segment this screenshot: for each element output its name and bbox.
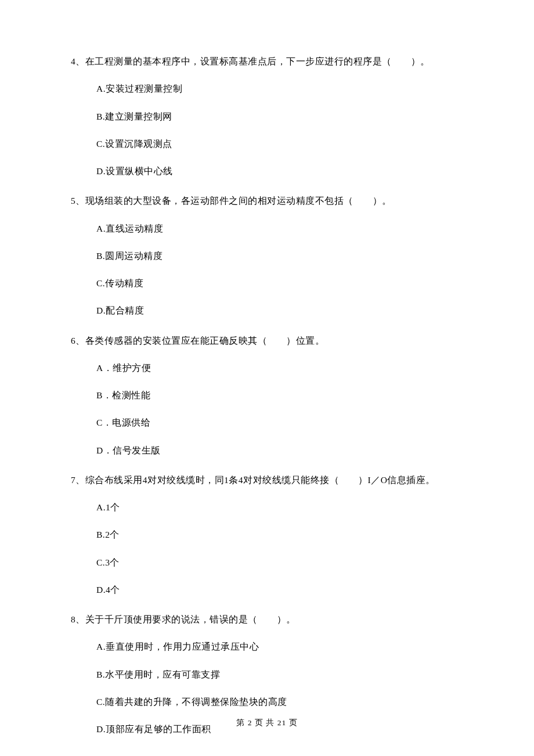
option-d: D.配合精度 — [96, 304, 463, 317]
option-c: C.随着共建的升降，不得调整保险垫块的高度 — [96, 695, 463, 708]
option-d: D．信号发生版 — [96, 444, 463, 457]
question-stem: 7、综合布线采用4对对绞线缆时，同1条4对对绞线缆只能终接（ ）I／O信息插座。 — [71, 473, 463, 487]
options-list: A.安装过程测量控制 B.建立测量控制网 C.设置沉降观测点 D.设置纵横中心线 — [71, 82, 463, 178]
options-list: A．维护方便 B．检测性能 C．电源供给 D．信号发生版 — [71, 361, 463, 457]
question-6: 6、各类传感器的安装位置应在能正确反映其（ ）位置。 A．维护方便 B．检测性能… — [71, 334, 463, 457]
question-stem: 6、各类传感器的安装位置应在能正确反映其（ ）位置。 — [71, 334, 463, 347]
question-stem: 8、关于千斤顶使用要求的说法，错误的是（ ）。 — [71, 613, 463, 626]
question-5: 5、现场组装的大型设备，各运动部件之间的相对运动精度不包括（ ）。 A.直线运动… — [71, 194, 463, 317]
option-c: C.设置沉降观测点 — [96, 137, 463, 150]
option-c: C.3个 — [96, 556, 463, 569]
option-a: A.垂直使用时，作用力应通过承压中心 — [96, 640, 463, 653]
option-b: B.建立测量控制网 — [96, 110, 463, 123]
page-footer: 第 2 页 共 21 页 — [0, 718, 534, 728]
question-stem: 4、在工程测量的基本程序中，设置标高基准点后，下一步应进行的程序是（ ）。 — [71, 55, 463, 68]
option-b: B.圆周运动精度 — [96, 249, 463, 262]
options-list: A.直线运动精度 B.圆周运动精度 C.传动精度 D.配合精度 — [71, 222, 463, 318]
question-stem: 5、现场组装的大型设备，各运动部件之间的相对运动精度不包括（ ）。 — [71, 194, 463, 207]
option-b: B．检测性能 — [96, 388, 463, 402]
option-b: B.水平使用时，应有可靠支撑 — [96, 668, 463, 681]
option-a: A.1个 — [96, 501, 463, 514]
option-c: C．电源供给 — [96, 416, 463, 429]
option-d: D.4个 — [96, 583, 463, 596]
option-d: D.设置纵横中心线 — [96, 164, 463, 178]
option-a: A.直线运动精度 — [96, 222, 463, 235]
page-content: 4、在工程测量的基本程序中，设置标高基准点后，下一步应进行的程序是（ ）。 A.… — [0, 0, 534, 736]
option-b: B.2个 — [96, 528, 463, 541]
question-7: 7、综合布线采用4对对绞线缆时，同1条4对对绞线缆只能终接（ ）I／O信息插座。… — [71, 473, 463, 596]
option-c: C.传动精度 — [96, 276, 463, 290]
option-a: A.安装过程测量控制 — [96, 82, 463, 95]
question-4: 4、在工程测量的基本程序中，设置标高基准点后，下一步应进行的程序是（ ）。 A.… — [71, 55, 463, 178]
options-list: A.1个 B.2个 C.3个 D.4个 — [71, 501, 463, 596]
option-a: A．维护方便 — [96, 361, 463, 375]
